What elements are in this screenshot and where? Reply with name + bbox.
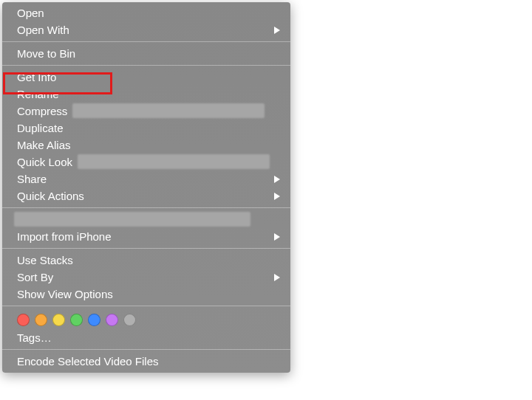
menu-separator [2,349,290,350]
chevron-right-icon [274,233,280,241]
menu-item-label: Import from iPhone [17,230,112,243]
menu-item-label: Show View Options [17,288,113,300]
menu-item-label: Rename [17,88,59,100]
menu-show-view-options[interactable]: Show View Options [2,286,290,303]
menu-separator [2,248,290,249]
menu-item-label: Encode Selected Video Files [17,355,159,368]
chevron-right-icon [274,193,280,200]
menu-quick-actions[interactable]: Quick Actions [2,187,290,204]
tag-purple[interactable] [106,314,118,326]
menu-separator [2,41,290,42]
menu-redacted-item[interactable] [2,211,290,228]
menu-compress[interactable]: Compress [2,103,290,120]
tag-red[interactable] [17,314,30,326]
menu-item-label: Quick Look [17,156,72,168]
menu-item-label: Open With [17,24,69,36]
menu-open[interactable]: Open [2,4,290,21]
redaction-blur [14,212,250,227]
redaction-blur [78,154,270,169]
menu-open-with[interactable]: Open With [2,21,290,38]
menu-item-label: Share [17,173,47,185]
menu-item-label: Tags… [17,331,52,344]
menu-duplicate[interactable]: Duplicate [2,120,290,137]
menu-import-from-iphone[interactable]: Import from iPhone [2,228,290,245]
menu-item-label: Get Info [17,71,56,83]
chevron-right-icon [274,176,280,183]
tags-row [2,309,290,329]
menu-item-label: Move to Bin [17,47,75,60]
menu-item-label: Open [17,7,44,19]
menu-item-label: Duplicate [17,122,64,134]
tag-orange[interactable] [35,314,47,326]
menu-item-label: Make Alias [17,139,71,151]
menu-encode-video[interactable]: Encode Selected Video Files [2,353,290,370]
chevron-right-icon [274,27,280,34]
menu-quick-look[interactable]: Quick Look [2,154,290,170]
menu-separator [2,65,290,66]
tag-blue[interactable] [88,314,100,326]
menu-rename[interactable]: Rename [2,86,290,103]
menu-separator [2,207,290,208]
redaction-blur [72,103,265,118]
menu-separator [2,306,290,306]
menu-share[interactable]: Share [2,170,290,187]
context-menu: Open Open With Move to Bin Get Info Rena… [2,2,290,373]
menu-item-label: Use Stacks [17,254,73,266]
menu-make-alias[interactable]: Make Alias [2,137,290,154]
menu-move-to-bin[interactable]: Move to Bin [2,45,290,62]
tag-yellow[interactable] [52,314,65,326]
menu-tags[interactable]: Tags… [2,329,290,346]
menu-item-label: Quick Actions [17,190,84,202]
menu-sort-by[interactable]: Sort By [2,269,290,286]
menu-item-label: Sort By [17,271,53,283]
tag-green[interactable] [70,314,83,326]
tag-gray[interactable] [123,314,136,326]
menu-use-stacks[interactable]: Use Stacks [2,252,290,269]
menu-item-label: Compress [17,105,67,117]
chevron-right-icon [274,274,280,281]
menu-get-info[interactable]: Get Info [2,69,290,86]
